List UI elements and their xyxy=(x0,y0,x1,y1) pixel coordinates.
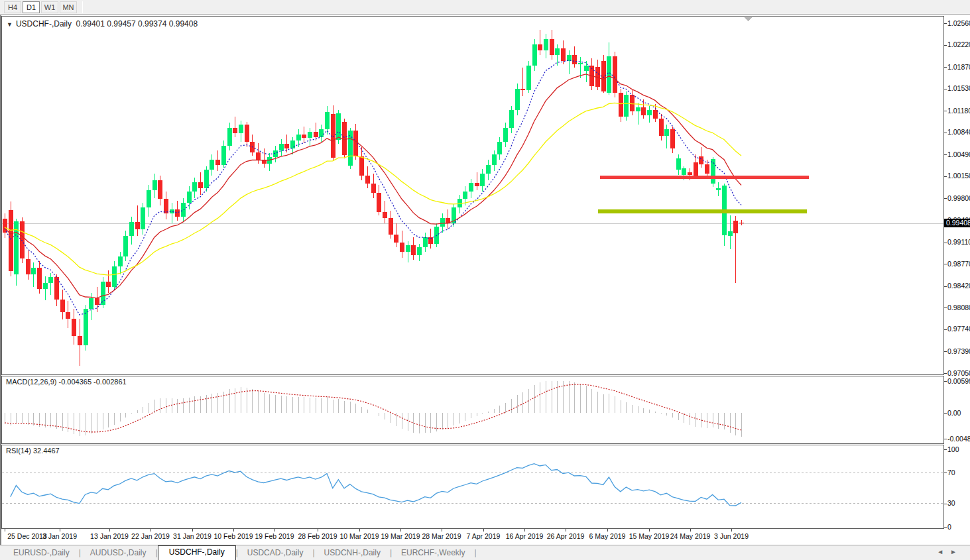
tab-prev-icon[interactable]: ◄ xyxy=(937,548,950,555)
price-tick-label: 0.98420 xyxy=(947,282,970,290)
chart-ohlc-values: 0.99401 0.99457 0.99374 0.99408 xyxy=(76,19,198,28)
symbol-tabbar: EURUSD-,Daily|AUDUSD-,Daily|USDCHF-,Dail… xyxy=(0,545,970,560)
date-tick xyxy=(151,529,151,532)
current-price-label: 0.99408 xyxy=(944,219,970,227)
price-tick-label: 1.00490 xyxy=(947,150,970,158)
macd-tick-label: -0.004858 xyxy=(947,435,970,443)
tab-usdcnh[interactable]: USDCNH-,Daily xyxy=(315,546,390,560)
date-tick xyxy=(109,529,110,532)
tab-next-icon[interactable]: ► xyxy=(950,548,963,555)
tab-usdchf[interactable]: USDCHF-,Daily xyxy=(158,545,236,560)
rsi-tick-label-tick xyxy=(944,527,947,528)
price-tick-label-tick xyxy=(944,45,947,46)
price-tick-label-tick xyxy=(944,176,947,177)
date-tick xyxy=(5,529,5,532)
price-tick-label-tick xyxy=(944,308,947,308)
date-tick-label: 3 Jun 2019 xyxy=(707,532,756,540)
tab-eurusd[interactable]: EURUSD-,Daily xyxy=(4,546,79,560)
date-tick xyxy=(274,529,275,532)
date-tick xyxy=(524,529,525,532)
date-tick xyxy=(442,529,442,532)
price-tick-label-tick xyxy=(944,154,947,155)
price-axis[interactable]: 1.025601.022201.018701.015301.011801.008… xyxy=(944,16,970,529)
price-tick-label: 1.00150 xyxy=(947,172,970,180)
tab-usdcad[interactable]: USDCAD-,Daily xyxy=(238,546,313,560)
price-tick-label-tick xyxy=(944,111,947,111)
rsi-tick-label-tick xyxy=(944,473,947,473)
price-tick-label: 1.01870 xyxy=(947,63,970,71)
toolbar-separator xyxy=(82,1,83,13)
rsi-tick-label: 100 xyxy=(947,445,959,453)
macd-tick-label: 0.00 xyxy=(947,409,961,417)
macd-tick-label-tick xyxy=(944,413,947,414)
tab-separator: | xyxy=(474,548,476,560)
date-tick-label: 3 Jan 2019 xyxy=(35,532,84,540)
tab-eurchf[interactable]: EURCHF-,Weekly xyxy=(392,546,474,560)
date-tick xyxy=(192,529,193,532)
macd-tick-label-tick xyxy=(944,381,947,382)
price-tick-label-tick xyxy=(944,264,947,264)
price-tick-label: 0.97050 xyxy=(947,369,970,377)
date-tick xyxy=(233,529,234,532)
main-chart-canvas[interactable] xyxy=(1,16,944,375)
date-tick xyxy=(483,529,484,532)
macd-indicator-canvas[interactable] xyxy=(1,376,944,444)
price-tick-label-tick xyxy=(944,23,947,24)
price-tick-label: 1.01180 xyxy=(947,107,970,115)
date-tick xyxy=(731,529,732,532)
date-tick xyxy=(607,529,608,532)
price-tick-label-tick xyxy=(944,89,947,89)
price-tick-label-tick xyxy=(944,243,947,243)
price-tick-label: 0.97390 xyxy=(947,347,970,355)
date-tick xyxy=(60,529,60,532)
macd-tick-label-tick xyxy=(944,439,947,439)
chart-title: ▼USDCHF-,Daily 0.99401 0.99457 0.99374 0… xyxy=(7,19,198,28)
chart-dropdown-icon[interactable]: ▼ xyxy=(7,21,13,28)
rsi-tick-label-tick xyxy=(944,449,947,450)
price-tick-label: 0.99110 xyxy=(947,238,970,246)
date-tick xyxy=(566,529,566,532)
price-tick-label-tick xyxy=(944,198,947,199)
date-tick xyxy=(359,529,360,532)
price-tick-label: 1.00840 xyxy=(947,128,970,136)
macd-tick-label: 0.005999 xyxy=(947,377,970,385)
price-tick-label: 1.02560 xyxy=(947,19,970,27)
timeframe-button-h4[interactable]: H4 xyxy=(4,1,21,13)
tab-audusd[interactable]: AUDUSD-,Daily xyxy=(81,546,156,560)
rsi-label: RSI(14) 32.4467 xyxy=(6,447,60,455)
tab-scroll-arrows[interactable]: ◄► xyxy=(937,548,963,555)
price-tick-label: 0.97740 xyxy=(947,325,970,333)
time-axis[interactable]: 25 Dec 20183 Jan 201913 Jan 201922 Jan 2… xyxy=(1,529,944,545)
timeframe-button-mn[interactable]: MN xyxy=(60,1,77,13)
price-tick-label-tick xyxy=(944,286,947,287)
price-tick-label-tick xyxy=(944,133,947,133)
rsi-tick-label: 70 xyxy=(947,469,955,476)
rsi-tick-label: 0 xyxy=(947,523,951,531)
price-tick-label-tick xyxy=(944,329,947,330)
rsi-tick-label: 30 xyxy=(947,499,955,507)
timeframe-button-d1[interactable]: D1 xyxy=(23,1,40,13)
price-tick-label-tick xyxy=(944,351,947,352)
date-tick xyxy=(318,529,318,532)
price-tick-label: 1.02220 xyxy=(947,40,970,48)
rsi-indicator-canvas[interactable] xyxy=(1,445,944,529)
price-tick-label-tick xyxy=(944,67,947,68)
price-tick-label: 0.99800 xyxy=(947,194,970,202)
date-tick xyxy=(690,529,691,532)
price-tick-label: 0.98080 xyxy=(947,304,970,311)
date-tick-label: 19 Feb 2019 xyxy=(250,532,299,540)
price-tick-label-tick xyxy=(944,373,947,374)
timeframe-toolbar: H4D1W1MN xyxy=(0,0,970,15)
price-tick-label: 0.98770 xyxy=(947,260,970,268)
date-tick xyxy=(400,529,401,532)
rsi-tick-label-tick xyxy=(944,504,947,504)
chart-symbol-label: USDCHF-,Daily xyxy=(16,19,72,28)
price-tick-label: 1.01530 xyxy=(947,84,970,92)
date-tick xyxy=(649,529,650,532)
macd-label: MACD(12,26,9) -0.004365 -0.002861 xyxy=(6,378,127,386)
timeframe-button-w1[interactable]: W1 xyxy=(41,1,58,13)
